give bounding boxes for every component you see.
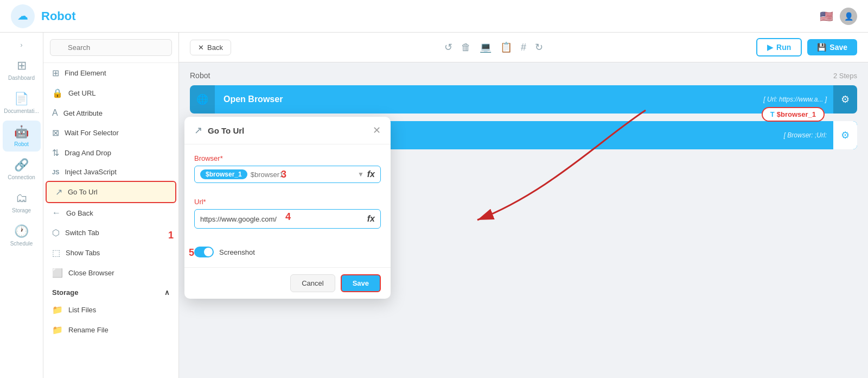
cancel-button[interactable]: Cancel (290, 274, 335, 292)
sidebar-item-dashboard[interactable]: ⊞ Dashboard (3, 54, 41, 85)
run-icon: ▶ (767, 43, 773, 52)
connection-icon: 🔗 (14, 158, 29, 172)
schedule-icon: 🕐 (14, 224, 29, 238)
nav-left: ☁ Robot (11, 4, 76, 28)
sidebar-item-rename-file[interactable]: 📁 Rename File (43, 320, 178, 340)
sidebar-item-get-url[interactable]: 🔒 Get URL (43, 83, 178, 103)
browser-chip: $browser_1 (200, 169, 247, 179)
go-to-url-icon: ↗ (55, 187, 62, 197)
dialog-save-button[interactable]: Save (341, 274, 381, 292)
sidebar-item-connection[interactable]: 🔗 Connection (3, 154, 41, 185)
save-icon: 💾 (817, 43, 826, 52)
url-input-row[interactable]: fx (194, 209, 381, 229)
inject-js-label: Inject JavaScript (65, 168, 116, 176)
open-browser-icon: 🌐 (196, 93, 208, 105)
sidebar-item-storage[interactable]: 🗂 Storage (3, 187, 41, 218)
screenshot-toggle[interactable] (194, 247, 214, 257)
dialog-body: Browser* $browser_1 ▼ fx 3 (184, 144, 391, 267)
rename-file-label: Rename File (68, 326, 108, 334)
list-files-icon: 📁 (52, 305, 63, 315)
close-browser-label: Close Browser (68, 269, 114, 277)
hash-icon[interactable]: # (521, 42, 526, 53)
storage-section-title: Storage ∧ (43, 283, 178, 300)
get-attribute-icon: A (52, 108, 58, 118)
sidebar-item-schedule[interactable]: 🕐 Schedule (3, 220, 41, 251)
dropdown-arrow-icon[interactable]: ▼ (358, 171, 364, 178)
close-browser-icon: ⬜ (52, 268, 63, 278)
avatar[interactable]: 👤 (840, 8, 857, 25)
browser-field-label: Browser* (194, 154, 381, 162)
search-container: 🔍 (43, 33, 178, 63)
sidebar-item-robot[interactable]: 🤖 Robot (3, 121, 41, 152)
storage-label: Storage (12, 207, 31, 213)
rename-file-icon: 📁 (52, 325, 63, 335)
wait-selector-icon: ⊠ (52, 128, 59, 138)
go-to-url-dialog: ↗ Go To Url ✕ Browser* $browser_1 (184, 117, 391, 299)
go-back-label: Go Back (66, 209, 93, 217)
sidebar-item-switch-tab[interactable]: ⬡ Switch Tab (43, 223, 178, 243)
sidebar-item-wait-for-selector[interactable]: ⊠ Wait For Selector (43, 123, 178, 143)
screenshot-toggle-row: Screenshot (194, 247, 381, 257)
browser-input[interactable] (251, 171, 354, 179)
sidebar-item-get-attribute[interactable]: A Get Attribute (43, 103, 178, 123)
sidebar-item-go-to-url[interactable]: ↗ Go To Url (46, 181, 176, 203)
dashboard-label: Dashboard (8, 75, 35, 81)
sidebar-item-list-files[interactable]: 📁 List Files (43, 300, 178, 320)
redo-icon[interactable]: ↻ (535, 41, 543, 53)
search-wrap: 🔍 (50, 39, 172, 56)
toolbar: ✕ Back ↺ 🗑 💻 📋 # ↻ ▶ Run 💾 Save (179, 33, 868, 62)
svg-text:☁: ☁ (17, 10, 28, 22)
url-input[interactable] (200, 215, 364, 223)
collapse-button[interactable]: › (17, 38, 26, 52)
undo-icon[interactable]: ↺ (444, 41, 452, 53)
device-icon[interactable]: 💻 (480, 41, 492, 53)
run-button[interactable]: ▶ Run (756, 38, 802, 56)
delete-icon[interactable]: 🗑 (461, 42, 471, 53)
get-url-icon: 🔒 (52, 88, 63, 98)
fx-button-url[interactable]: fx (367, 214, 375, 224)
dialog-icon: ↗ (194, 124, 202, 136)
list-files-label: List Files (68, 306, 96, 314)
sidebar-item-close-browser[interactable]: ⬜ Close Browser (43, 263, 178, 283)
dialog-wrapper: ↗ Go To Url ✕ Browser* $browser_1 (179, 106, 868, 299)
search-input[interactable] (50, 39, 172, 56)
flag-icon: 🇺🇸 (820, 10, 833, 23)
sidebar-item-go-back[interactable]: ← Go Back (43, 203, 178, 223)
documentation-icon: 📄 (14, 92, 29, 106)
documentation-label: Documentati... (4, 108, 39, 114)
browser-input-row[interactable]: $browser_1 ▼ fx (194, 166, 381, 183)
storage-collapse-icon[interactable]: ∧ (164, 288, 170, 297)
clipboard-icon[interactable]: 📋 (500, 41, 512, 53)
save-button[interactable]: 💾 Save (807, 39, 857, 55)
sidebar-item-show-tabs[interactable]: ⬚ Show Tabs (43, 243, 178, 263)
sidebar-item-find-element[interactable]: ⊞ Find Element (43, 63, 178, 83)
dialog-header-left: ↗ Go To Url (194, 124, 244, 136)
dialog-title: Go To Url (208, 126, 244, 135)
canvas-title: Robot (190, 71, 210, 80)
panel-sidebar: 🔍 ⊞ Find Element 🔒 Get URL A Get Attribu… (43, 33, 179, 378)
switch-tab-icon: ⬡ (52, 228, 60, 238)
back-x-icon: ✕ (198, 43, 204, 52)
drag-drop-label: Drag And Drop (65, 149, 111, 157)
dialog-close-button[interactable]: ✕ (373, 124, 381, 136)
canvas-steps: 2 Steps (833, 72, 857, 80)
sidebar-item-documentation[interactable]: 📄 Documentati... (3, 87, 41, 118)
toolbar-actions: ↺ 🗑 💻 📋 # ↻ (444, 41, 543, 53)
get-url-label: Get URL (68, 89, 96, 97)
storage-title: Storage (52, 288, 78, 297)
app-title: Robot (41, 9, 76, 23)
url-field: Url* fx 4 (194, 198, 381, 240)
sidebar-item-inject-js[interactable]: JS Inject JavaScript (43, 163, 178, 181)
fx-button-browser[interactable]: fx (367, 169, 375, 179)
main-content: ✕ Back ↺ 🗑 💻 📋 # ↻ ▶ Run 💾 Save (179, 33, 868, 378)
robot-icon: 🤖 (14, 125, 29, 139)
back-label: Back (207, 43, 223, 52)
open-browser-meta: [ Url: https://www.a... ] (757, 96, 833, 103)
show-tabs-icon: ⬚ (52, 248, 60, 258)
inject-js-icon: JS (52, 169, 59, 175)
back-button[interactable]: ✕ Back (190, 40, 231, 55)
sidebar-item-drag-and-drop[interactable]: ⇅ Drag And Drop (43, 143, 178, 163)
icon-sidebar: › ⊞ Dashboard 📄 Documentati... 🤖 Robot 🔗… (0, 33, 43, 378)
logo-icon: ☁ (11, 4, 35, 28)
show-tabs-label: Show Tabs (66, 249, 100, 257)
